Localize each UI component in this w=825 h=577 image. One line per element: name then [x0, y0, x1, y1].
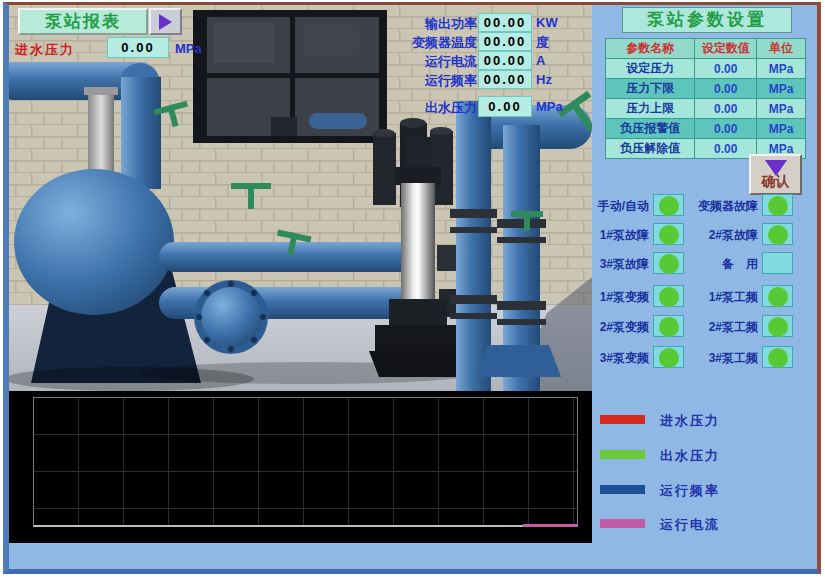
table-row: 压力上限 0.00 MPa [606, 99, 806, 119]
screen: 泵站报表 进水压力 0.00 MPa 输出功率 00.00 KW 变频器温度 0… [9, 5, 817, 569]
settings-panel-title: 泵站参数设置 [622, 7, 792, 33]
status-led-pump2-vfd [653, 315, 684, 337]
header-param-name: 参数名称 [606, 39, 695, 59]
status-label-pump1-mains: 1#泵工频 [693, 289, 758, 306]
param-name: 压力下限 [606, 79, 695, 99]
status-label-auto-manual: 手动/自动 [585, 198, 649, 215]
status-led-pump1-fault [653, 223, 684, 245]
status-label-pump1-fault: 1#泵故障 [585, 227, 649, 244]
status-led-pump3-fault [653, 252, 684, 274]
inlet-pressure-unit: MPa [175, 41, 202, 56]
run-current-unit: A [536, 53, 576, 68]
run-current-label: 运行电流 [397, 53, 477, 71]
legend-swatch-run-frequency [600, 485, 645, 494]
param-name: 设定压力 [606, 59, 695, 79]
status-label-pump2-vfd: 2#泵变频 [585, 319, 649, 336]
green-led [659, 196, 679, 216]
status-label-pump2-mains: 2#泵工频 [693, 319, 758, 336]
status-led-pump1-vfd [653, 285, 684, 307]
window [193, 10, 387, 143]
legend-swatch-outlet-pressure [600, 450, 645, 459]
param-unit: MPa [757, 79, 806, 99]
outlet-pressure-label: 出水压力 [397, 99, 477, 117]
run-frequency-value: 00.00 [478, 70, 532, 89]
status-led-pump3-vfd [653, 346, 684, 368]
output-power-unit: KW [536, 15, 576, 30]
status-label-pump3-fault: 3#泵故障 [585, 256, 649, 273]
confirm-button[interactable]: 确认 [749, 154, 802, 195]
trend-chart [9, 391, 592, 543]
param-unit: MPa [757, 119, 806, 139]
run-current-trace [523, 524, 578, 527]
outlet-pressure-value: 0.00 [478, 96, 532, 117]
table-row: 负压报警值 0.00 MPa [606, 119, 806, 139]
param-value-field[interactable]: 0.00 [695, 99, 757, 119]
legend-label-outlet-pressure: 出水压力 [660, 447, 720, 465]
table-row: 压力下限 0.00 MPa [606, 79, 806, 99]
play-arrow-icon [159, 14, 172, 30]
green-led [768, 196, 788, 216]
confirm-button-label: 确认 [751, 173, 800, 191]
settings-table: 参数名称 设定数值 单位 设定压力 0.00 MPa 压力下限 0.00 MPa… [605, 38, 806, 159]
status-led-vfd-fault [762, 194, 793, 216]
green-led [768, 348, 788, 368]
run-frequency-label: 运行频率 [397, 72, 477, 90]
status-label-pump2-fault: 2#泵故障 [693, 227, 758, 244]
legend-swatch-inlet-pressure [600, 415, 645, 424]
param-unit: MPa [757, 99, 806, 119]
inlet-pressure-label: 进水压力 [15, 41, 107, 59]
green-led [659, 348, 679, 368]
legend-label-inlet-pressure: 进水压力 [660, 412, 720, 430]
green-led [659, 317, 679, 337]
param-name: 压力上限 [606, 99, 695, 119]
hmi-window: 泵站报表 进水压力 0.00 MPa 输出功率 00.00 KW 变频器温度 0… [3, 2, 821, 574]
status-label-pump3-mains: 3#泵工频 [693, 350, 758, 367]
run-frequency-unit: Hz [536, 72, 576, 87]
header-unit: 单位 [757, 39, 806, 59]
param-value-field[interactable]: 0.00 [695, 119, 757, 139]
output-power-value: 00.00 [478, 13, 532, 32]
param-name: 负压报警值 [606, 119, 695, 139]
table-row: 设定压力 0.00 MPa [606, 59, 806, 79]
trend-plot-area [33, 397, 578, 527]
legend-label-run-frequency: 运行频率 [660, 482, 720, 500]
tank-vent [84, 87, 118, 173]
param-value-field[interactable]: 0.00 [695, 139, 757, 159]
param-value-field[interactable]: 0.00 [695, 59, 757, 79]
param-value-field[interactable]: 0.00 [695, 79, 757, 99]
green-led [768, 225, 788, 245]
legend-label-run-current: 运行电流 [660, 516, 720, 534]
green-led [768, 287, 788, 307]
inlet-pressure-value: 0.00 [107, 37, 169, 58]
report-nav-button[interactable] [149, 8, 182, 35]
status-led-pump1-mains [762, 285, 793, 307]
status-label-spare: 备 用 [693, 256, 758, 273]
status-label-vfd-fault: 变频器故障 [693, 198, 758, 215]
status-led-pump2-mains [762, 315, 793, 337]
param-name: 负压解除值 [606, 139, 695, 159]
green-led [659, 254, 679, 274]
green-led [659, 287, 679, 307]
status-led-pump3-mains [762, 346, 793, 368]
green-led [659, 225, 679, 245]
status-led-spare [762, 252, 793, 274]
settings-table-header: 参数名称 设定数值 单位 [606, 39, 806, 59]
run-current-value: 00.00 [478, 51, 532, 70]
vfd-temperature-value: 00.00 [478, 32, 532, 51]
legend-swatch-run-current [600, 519, 645, 528]
output-power-label: 输出功率 [397, 15, 477, 33]
report-button[interactable]: 泵站报表 [18, 8, 148, 35]
status-label-pump3-vfd: 3#泵变频 [585, 350, 649, 367]
outlet-pressure-unit: MPa [536, 99, 576, 114]
vfd-temperature-label: 变频器温度 [397, 34, 477, 52]
status-led-pump2-fault [762, 223, 793, 245]
vfd-temperature-unit: 度 [536, 34, 576, 52]
status-label-pump1-vfd: 1#泵变频 [585, 289, 649, 306]
green-led [768, 317, 788, 337]
header-set-value: 设定数值 [695, 39, 757, 59]
param-unit: MPa [757, 59, 806, 79]
status-led-auto-manual [653, 194, 684, 216]
